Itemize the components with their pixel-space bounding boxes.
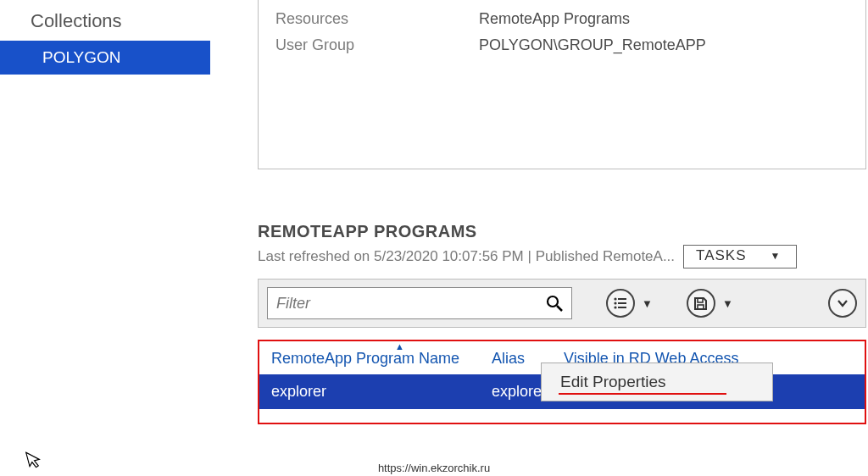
filter-box[interactable] <box>267 287 572 319</box>
tasks-label: TASKS <box>696 247 746 264</box>
list-icon[interactable] <box>606 289 635 318</box>
sidebar-item-polygon[interactable]: POLYGON <box>0 41 210 75</box>
expand-icon[interactable] <box>828 289 857 318</box>
svg-point-2 <box>614 297 616 300</box>
tasks-button[interactable]: TASKS ▼ <box>683 245 797 268</box>
svg-line-1 <box>557 306 562 311</box>
info-label: Resources <box>275 10 479 28</box>
ctx-label: Edit Properties <box>560 373 666 390</box>
toolbar: ▼ ▼ <box>258 279 866 328</box>
sidebar-header: Collections <box>0 8 210 41</box>
section-title: REMOTEAPP PROGRAMS <box>258 222 868 241</box>
filter-input[interactable] <box>276 295 546 313</box>
caret-down-icon: ▼ <box>771 250 782 262</box>
caret-down-icon: ▼ <box>722 297 733 310</box>
table-row[interactable]: explorer explore Edit Properties <box>259 374 865 409</box>
programs-table: ▲ RemoteApp Program Name Alias Visible i… <box>258 340 866 424</box>
info-panel: Resources RemoteApp Programs User Group … <box>258 0 866 169</box>
save-button-group[interactable]: ▼ <box>687 289 733 318</box>
svg-rect-5 <box>618 302 626 304</box>
svg-point-4 <box>614 302 616 304</box>
info-row-resources: Resources RemoteApp Programs <box>275 10 849 28</box>
svg-rect-3 <box>618 298 626 300</box>
svg-rect-8 <box>698 298 703 302</box>
context-menu: Edit Properties <box>541 363 773 401</box>
context-menu-edit-properties[interactable]: Edit Properties <box>542 363 772 401</box>
save-icon[interactable] <box>687 289 715 318</box>
content-area: Resources RemoteApp Programs User Group … <box>210 0 868 457</box>
sort-asc-icon: ▲ <box>395 341 404 351</box>
col-program-name[interactable]: RemoteApp Program Name <box>271 350 492 368</box>
svg-rect-7 <box>618 307 626 308</box>
section-subtitle-row: Last refreshed on 5/23/2020 10:07:56 PM … <box>258 245 868 268</box>
footer-url: https://win.ekzorchik.ru <box>378 462 490 474</box>
caret-down-icon: ▼ <box>642 297 653 310</box>
section-subtext: Last refreshed on 5/23/2020 10:07:56 PM … <box>258 248 675 265</box>
svg-point-0 <box>548 296 558 307</box>
info-label: User Group <box>275 36 479 54</box>
svg-rect-9 <box>698 305 704 309</box>
info-value: POLYGON\GROUP_RemoteAPP <box>479 36 706 54</box>
highlight-underline <box>559 393 726 395</box>
sidebar: Collections POLYGON <box>0 0 210 457</box>
search-icon[interactable] <box>546 295 563 312</box>
svg-point-6 <box>614 306 616 308</box>
view-button-group[interactable]: ▼ <box>606 289 653 318</box>
info-value: RemoteApp Programs <box>479 10 630 28</box>
info-row-usergroup: User Group POLYGON\GROUP_RemoteAPP <box>275 36 849 54</box>
cell-name: explorer <box>271 383 492 401</box>
